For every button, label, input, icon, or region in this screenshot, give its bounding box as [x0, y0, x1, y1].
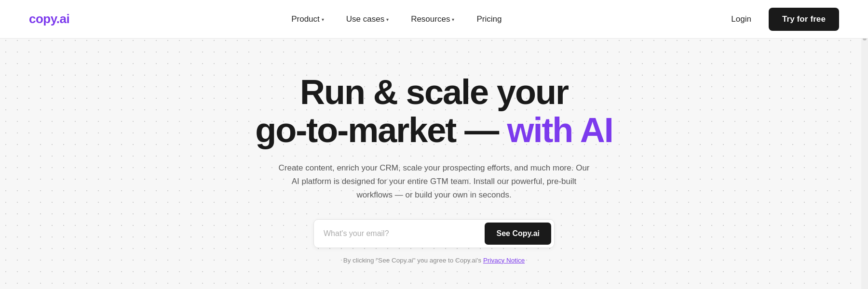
logo-accent: .ai [56, 12, 69, 26]
nav-item-resources[interactable]: Resources ▾ [402, 11, 463, 28]
hero-title-accent: with AI [507, 111, 612, 149]
hero-section: copy.ai Product ▾ Use cases ▾ Resources … [0, 0, 868, 289]
hero-subtitle: Create content, enrich your CRM, scale y… [275, 161, 593, 202]
nav-links: Product ▾ Use cases ▾ Resources ▾ Pricin… [283, 11, 510, 28]
navbar: copy.ai Product ▾ Use cases ▾ Resources … [0, 0, 868, 39]
scrollbar-track[interactable] [861, 0, 868, 289]
hero-title-line2: go-to-market — [255, 111, 498, 149]
hero-title-line1: Run & scale your [300, 73, 568, 111]
privacy-note: By clicking "See Copy.ai" you agree to C… [343, 257, 525, 264]
email-input[interactable] [322, 225, 485, 242]
nav-actions: Login Try for free [723, 8, 839, 31]
privacy-link[interactable]: Privacy Notice [483, 257, 525, 264]
see-copyai-button[interactable]: See Copy.ai [485, 223, 551, 245]
nav-label-usecases: Use cases [346, 14, 384, 24]
chevron-down-icon: ▾ [386, 17, 389, 22]
login-button[interactable]: Login [723, 11, 759, 28]
chevron-down-icon: ▾ [452, 17, 454, 22]
nav-label-pricing: Pricing [476, 14, 502, 24]
hero-title: Run & scale your go-to-market — with AI [255, 73, 612, 149]
nav-item-usecases[interactable]: Use cases ▾ [338, 11, 397, 28]
chevron-down-icon: ▾ [322, 17, 324, 22]
privacy-text: By clicking "See Copy.ai" you agree to C… [343, 257, 481, 264]
nav-item-pricing[interactable]: Pricing [468, 11, 510, 28]
try-for-free-button[interactable]: Try for free [769, 8, 839, 31]
hero-content: Run & scale your go-to-market — with AI … [0, 39, 868, 289]
logo[interactable]: copy.ai [29, 12, 69, 26]
nav-item-product[interactable]: Product ▾ [283, 11, 333, 28]
nav-label-resources: Resources [411, 14, 450, 24]
nav-label-product: Product [291, 14, 320, 24]
email-form: See Copy.ai [313, 219, 555, 248]
logo-text: copy [29, 12, 56, 26]
